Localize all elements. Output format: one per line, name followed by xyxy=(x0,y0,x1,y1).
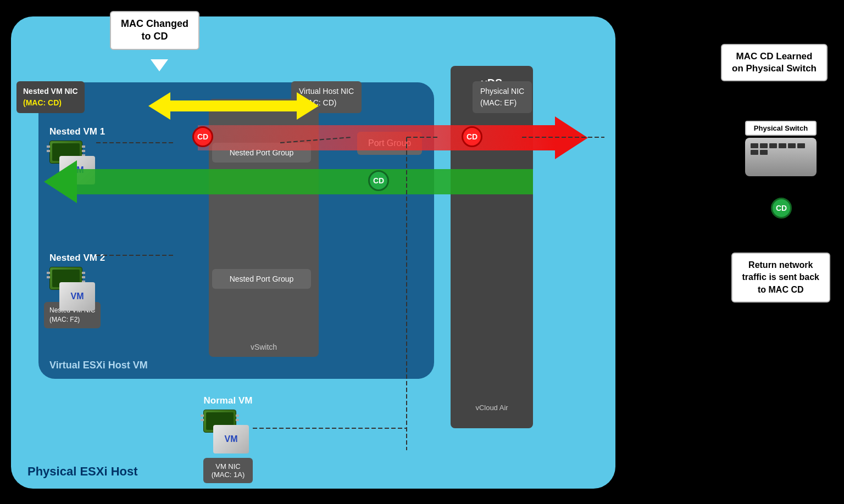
normal-vm-label: Normal VM xyxy=(203,395,253,406)
return-traffic-callout: Return network traffic is sent back to M… xyxy=(731,253,831,303)
physical-nic-box: Physical NIC (MAC: EF) xyxy=(473,81,532,113)
virtual-esxi-area: Virtual ESXi Host VM vSwitch Nested VM 1 xyxy=(38,82,434,379)
cd-label-4: CD xyxy=(776,204,787,212)
physical-esxi-label: Physical ESXi Host xyxy=(27,464,138,479)
mac-learned-callout: MAC CD Learned on Physical Switch xyxy=(721,44,828,81)
vm-nic-line2: (MAC: 1A) xyxy=(212,471,245,479)
physical-nic-line2: (MAC: EF) xyxy=(480,98,517,107)
vm2-body: VM xyxy=(59,282,95,311)
nested-port-group-2: Nested Port Group xyxy=(212,269,311,289)
physical-nic-line1: Physical NIC xyxy=(480,87,524,96)
normal-vm-icon: VM xyxy=(203,410,253,453)
mac-learned-line1: MAC CD Learned xyxy=(736,51,813,61)
virtual-host-nic-line2: (MAC: CD) xyxy=(299,98,336,107)
port-group-box: Port Group xyxy=(357,132,422,155)
cd-label-1: CD xyxy=(197,132,208,141)
nested-vm-nic-top-line2: (MAC: CD) xyxy=(23,98,62,107)
nested-vm1-icon: VM xyxy=(49,141,99,184)
virtual-host-nic-box: Virtual Host NIC (MAC: CD) xyxy=(291,81,362,113)
nested-vm-nic-top-line1: Nested VM NIC xyxy=(23,87,78,96)
cd-label-3: CD xyxy=(373,176,384,185)
mac-changed-callout: MAC Changed to CD xyxy=(110,11,199,50)
nested-port-group-1-label: Nested Port Group xyxy=(230,148,294,157)
port-group-label: Port Group xyxy=(368,138,411,148)
cd-badge-red-1: CD xyxy=(192,126,213,147)
vm-nic-box: VM NIC (MAC: 1A) xyxy=(203,458,253,483)
mac-changed-line2: to CD xyxy=(142,31,168,42)
physical-switch-label: Physical Switch xyxy=(745,121,817,136)
nested-vm-nic2-line2: (MAC: F2) xyxy=(49,316,80,323)
vds-area: vDS vCloud Air xyxy=(451,66,533,428)
cd-badge-green-1: CD xyxy=(368,170,389,191)
vds-sublabel: vCloud Air xyxy=(451,404,533,412)
return-line3: to MAC CD xyxy=(758,285,804,294)
cd-label-2: CD xyxy=(467,132,477,141)
return-line1: Return network xyxy=(748,260,813,270)
vm1-body: VM xyxy=(59,156,95,184)
nested-vm1-area: Nested VM 1 VM xyxy=(49,126,105,184)
cd-badge-green-switch: CD xyxy=(771,198,792,219)
diagram-container: Physical ESXi Host Virtual ESXi Host VM … xyxy=(0,0,844,504)
virtual-esxi-label: Virtual ESXi Host VM xyxy=(49,360,148,371)
vswitch-area: vSwitch xyxy=(209,99,319,357)
virtual-host-nic-line1: Virtual Host NIC xyxy=(299,87,354,96)
mac-changed-line1: MAC Changed xyxy=(121,18,188,29)
normal-vm-area: Normal VM VM VM NIC (MAC: 1A) xyxy=(203,395,253,483)
nested-vm2-label: Nested VM 2 xyxy=(49,253,105,264)
nested-vm-nic-top-box: Nested VM NIC (MAC: CD) xyxy=(16,81,85,113)
physical-switch-icon xyxy=(745,138,817,176)
nested-vm1-label: Nested VM 1 xyxy=(49,126,105,137)
physical-switch-area: Physical Switch xyxy=(745,121,817,176)
mac-learned-line2: on Physical Switch xyxy=(732,63,817,74)
nested-vm2-icon: VM xyxy=(49,267,99,311)
nested-vm2-area: Nested VM 2 Nested VM NIC (MAC: F2) xyxy=(49,253,105,311)
return-line2: traffic is sent back xyxy=(742,272,820,282)
callout-arrow-down xyxy=(151,59,168,71)
normal-vm-body: VM xyxy=(213,425,249,453)
cd-badge-red-2: CD xyxy=(462,126,482,147)
nested-port-group-2-label: Nested Port Group xyxy=(230,275,294,283)
vm-nic-line1: VM NIC xyxy=(215,462,241,471)
vswitch-label: vSwitch xyxy=(209,343,319,351)
nested-port-group-1: Nested Port Group xyxy=(212,143,311,163)
